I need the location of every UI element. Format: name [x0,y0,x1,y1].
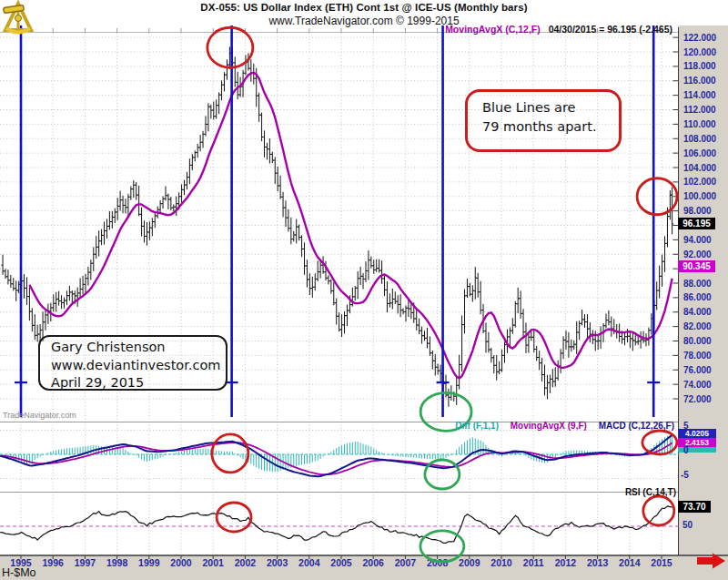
year-axis-label: 2013 [587,557,609,568]
price-axis-label: 102.000 [683,177,717,187]
price-axis-label: 120.000 [683,47,717,57]
moving-average-price-tag: 90.345 [678,260,715,272]
price-axis-label: 112.000 [683,105,716,115]
year-axis-label: 2006 [363,557,385,568]
price-axis-label: 74.000 [683,380,712,390]
current-price-tag: 96.195 [678,218,715,229]
price-axis-label: 86.000 [683,292,712,302]
year-axis-label: 2012 [555,557,577,568]
macd-indicator-label: MACD (C,12,26,F) [599,421,674,431]
year-axis-label: 2003 [267,557,288,568]
rsi-panel [0,506,679,544]
red-highlight-ellipse [643,496,674,525]
price-axis-label: 100.000 [683,191,717,201]
blue-lines-annotation-box: Blue Lines are 79 months apart. [465,89,622,152]
macd-panel [0,435,679,477]
price-axis-label: 116.000 [683,76,716,86]
rsi-level-label: 50 [682,520,693,530]
year-axis-label: 2011 [523,557,544,568]
year-axis-label: 2015 [651,557,672,568]
price-axis-label: 114.000 [683,90,716,100]
year-axis-label: 2000 [170,557,192,568]
credit-date: April 29, 2015 [51,374,226,392]
price-axis-label: 106.000 [683,148,717,158]
price-axis-label: 110.000 [683,119,716,129]
macd-axis-bottom-label: -5 [681,470,689,480]
price-axis-label: 84.000 [683,307,712,317]
trade-navigator-window: 122.000120.000118.000116.000114.000112.0… [0,0,728,580]
price-axis-label: 122.000 [683,33,717,43]
credit-author: Gary Christenson [51,339,226,357]
year-axis-label: 1997 [75,557,96,568]
chart-title: DX-055: US Dollar Index (ETH) Cont 1st @… [0,2,728,13]
indicator-date-value: 04/30/2015 = 96.195 (-2.465) [549,24,672,35]
red-highlight-ellipse [217,503,251,532]
blue-note-line2: 79 months apart. [482,117,619,137]
indicator-status-row: MovingAvgX (C,12,F) 04/30/2015 = 96.195 … [445,24,672,35]
price-axis-label: 78.000 [683,351,712,361]
macd-axis-zero-label: 0 [683,445,689,455]
credit-annotation-box: Gary Christenson www.deviantinvestor.com… [38,335,228,391]
price-axis-label: 108.000 [683,134,717,144]
price-axis-label: 94.000 [683,235,712,245]
price-axis-label: 98.000 [683,206,712,216]
year-axis-label: 2010 [490,557,512,568]
moving-average-indicator-label: MovingAvgX (C,12,F) [445,24,541,35]
year-axis-label: 2001 [203,557,225,568]
rsi-value-tag: 73.70 [678,501,711,513]
price-axis-label: 88.000 [683,279,712,289]
price-axis-label: 104.000 [683,163,717,173]
macd-signal-indicator-label: MovingAvgX (9,F) [511,421,587,431]
year-axis-label: 2014 [619,557,641,568]
red-highlight-ellipse [637,178,677,215]
chart-canvas[interactable]: 122.000120.000118.000116.000114.000112.0… [0,0,728,580]
macd-panel-labels: Diff (F,1,1) MovingAvgX (9,F) MACD (C,12… [455,421,674,431]
credit-website: www.deviantinvestor.com [51,357,226,375]
blue-note-line1: Blue Lines are [482,98,619,117]
diff-indicator-label: Diff (F,1,1) [455,421,499,431]
price-axis-label: 72.000 [683,394,712,404]
macd-axis-top-label: 5 [683,421,689,431]
year-axis-label: 2004 [298,557,320,568]
year-axis-label: 1998 [106,557,128,568]
year-axis-label: 2002 [235,557,257,568]
price-axis-label: 92.000 [683,249,712,259]
watermark-text: TradeNavigator.com [3,411,76,420]
year-axis-label: 2005 [330,557,352,568]
year-axis-label: 2007 [395,557,417,568]
price-axis-label: 80.000 [683,336,712,346]
year-axis-label: 1999 [138,557,160,568]
price-axis-label: 82.000 [683,321,712,331]
price-axis-label: 76.000 [683,365,712,375]
price-axis-label: 118.000 [683,61,716,71]
green-highlight-ellipse [425,460,460,489]
year-axis-label: 2009 [459,557,480,568]
rsi-indicator-label: RSI (C,14,T) [625,487,676,497]
timeframe-label: H-$Mo [2,566,36,579]
year-axis-label: 1996 [43,557,65,568]
